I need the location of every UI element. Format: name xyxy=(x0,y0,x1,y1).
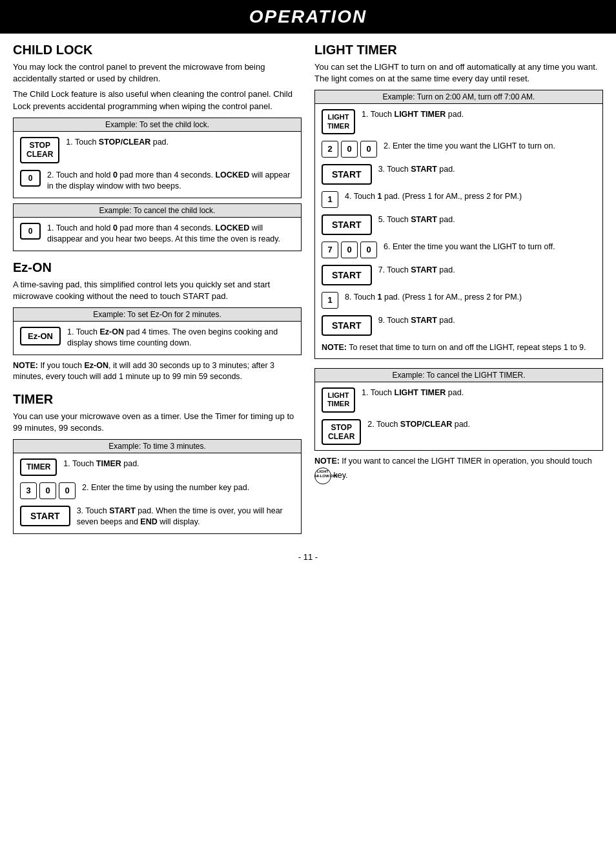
step-row: 2 0 0 2. Enter the time you want the LIG… xyxy=(322,141,596,158)
start-pad: START xyxy=(322,265,372,285)
digit-0: 0 xyxy=(341,141,358,158)
step-text: 8. Touch 1 pad. (Press 1 for AM., press … xyxy=(345,292,522,304)
light-timer-example2-header: Example: To cancel the LIGHT TIMER. xyxy=(315,369,602,382)
light-timer-note2: NOTE: If you want to cancel the LIGHT TI… xyxy=(314,456,603,484)
step-text: 1. Touch LIGHT TIMER pad. xyxy=(362,109,464,121)
ez-on-example: Example: To set Ez-On for 2 minutes. Ez-… xyxy=(13,307,302,355)
page-number: - 11 - xyxy=(0,552,616,562)
light-timer-example1-header: Example: Turn on 2:00 AM, turn off 7:00 … xyxy=(315,90,602,104)
note-text: If you touch Ez-ON, it will add 30 secon… xyxy=(13,361,274,382)
step-text: 3. Touch START pad. xyxy=(378,164,455,176)
timer-example: Example: To time 3 minutes. TIMER 1. Tou… xyxy=(13,439,302,533)
digit-0: 0 xyxy=(39,482,56,499)
digit-3: 3 xyxy=(20,482,37,499)
timer-heading: TIMER xyxy=(13,392,302,407)
zero-pad: 0 xyxy=(20,223,41,240)
step-row: START 3. Touch START pad. xyxy=(322,164,596,185)
light-timer-pad: LIGHTTIMER xyxy=(322,387,355,412)
digit-1: 1 xyxy=(322,292,338,309)
step-text: 5. Touch START pad. xyxy=(378,214,455,226)
step-row: 0 1. Touch and hold 0 pad more than 4 se… xyxy=(20,223,294,245)
light-timer-note1: NOTE: To reset that time to turn on and … xyxy=(322,342,596,354)
start-pad: START xyxy=(322,315,372,336)
digit-2: 2 xyxy=(322,141,338,158)
start-pad: START xyxy=(322,164,372,185)
stop-clear-pad: STOPCLEAR xyxy=(20,137,59,163)
digit-0: 0 xyxy=(360,242,377,258)
step-row: START 3. Touch START pad. When the time … xyxy=(20,506,294,528)
step-row: Ez-ON 1. Touch Ez-ON pad 4 times. The ov… xyxy=(20,327,294,349)
step-row: LIGHTTIMER 1. Touch LIGHT TIMER pad. xyxy=(322,387,596,412)
child-lock-desc2: The Child Lock feature is also useful wh… xyxy=(13,88,302,112)
ez-on-note: NOTE: If you touch Ez-ON, it will add 30… xyxy=(13,360,302,383)
zero-pad: 0 xyxy=(20,170,41,187)
step-text: 1. Touch and hold 0 pad more than 4 seco… xyxy=(47,223,294,245)
step-text: 9. Touch START pad. xyxy=(378,315,455,327)
step-row: START 9. Touch START pad. xyxy=(322,315,596,336)
ez-on-heading: Ez-ON xyxy=(13,260,302,275)
step-text: 3. Touch START pad. When the time is ove… xyxy=(77,506,294,528)
digit-row: 2 0 0 xyxy=(322,141,377,158)
step-row: 0 2. Touch and hold 0 pad more than 4 se… xyxy=(20,170,294,192)
step-row: START 5. Touch START pad. xyxy=(322,214,596,235)
left-column: CHILD LOCK You may lock the control pane… xyxy=(13,43,302,539)
step-row: 7 0 0 6. Enter the time you want the LIG… xyxy=(322,242,596,258)
page-title: OPERATION xyxy=(0,6,616,27)
step-text: 2. Touch STOP/CLEAR pad. xyxy=(367,419,470,431)
timer-pad: TIMER xyxy=(20,458,57,475)
step-text: 7. Touch START pad. xyxy=(378,265,455,276)
step-row: TIMER 1. Touch TIMER pad. xyxy=(20,458,294,475)
child-lock-example1-header: Example: To set the child lock. xyxy=(14,118,301,132)
step-row: STOPCLEAR 1. Touch STOP/CLEAR pad. xyxy=(20,137,294,163)
digit-0: 0 xyxy=(341,242,358,258)
child-lock-example2-header: Example: To cancel the child lock. xyxy=(14,204,301,218)
timer-example-header: Example: To time 3 minutes. xyxy=(14,440,301,453)
light-timer-heading: LIGHT TIMER xyxy=(314,43,603,57)
step-row: LIGHTTIMER 1. Touch LIGHT TIMER pad. xyxy=(322,109,596,134)
step-row: START 7. Touch START pad. xyxy=(322,265,596,285)
child-lock-example1: Example: To set the child lock. STOPCLEA… xyxy=(13,118,302,198)
step-text: 2. Touch and hold 0 pad more than 4 seco… xyxy=(47,170,294,192)
step-row: STOPCLEAR 2. Touch STOP/CLEAR pad. xyxy=(322,419,596,446)
stop-clear-pad: STOPCLEAR xyxy=(322,419,361,446)
step-row: 1 4. Touch 1 pad. (Press 1 for AM., pres… xyxy=(322,191,596,208)
step-row: 1 8. Touch 1 pad. (Press 1 for AM., pres… xyxy=(322,292,596,309)
ez-on-example-header: Example: To set Ez-On for 2 minutes. xyxy=(14,308,301,322)
digit-7: 7 xyxy=(322,242,338,258)
light-timer-desc: You can set the LIGHT to turn on and off… xyxy=(314,61,603,85)
digit-0: 0 xyxy=(360,141,377,158)
child-lock-heading: CHILD LOCK xyxy=(13,43,302,57)
step-text: 2. Enter the time you want the LIGHT to … xyxy=(384,141,555,152)
step-text: 1. Touch STOP/CLEAR pad. xyxy=(66,137,169,149)
start-pad: START xyxy=(20,506,70,526)
page-header: OPERATION xyxy=(0,0,616,34)
light-timer-example2: Example: To cancel the LIGHT TIMER. LIGH… xyxy=(314,368,603,451)
step-text: 6. Enter the time you want the LIGHT to … xyxy=(384,242,555,253)
step-text: 1. Touch TIMER pad. xyxy=(63,458,139,470)
step-text: 1. Touch LIGHT TIMER pad. xyxy=(362,387,464,399)
digit-row: 3 0 0 xyxy=(20,482,76,499)
digit-row: 7 0 0 xyxy=(322,242,377,258)
step-text: 1. Touch Ez-ON pad 4 times. The oven beg… xyxy=(67,327,294,349)
step-row: 3 0 0 2. Enter the time by using the num… xyxy=(20,482,294,499)
ez-on-pad: Ez-ON xyxy=(20,327,61,345)
step-text: 2. Enter the time by using the number ke… xyxy=(82,482,249,494)
child-lock-desc1: You may lock the control panel to preven… xyxy=(13,61,302,85)
child-lock-example2: Example: To cancel the child lock. 0 1. … xyxy=(13,203,302,251)
digit-0: 0 xyxy=(59,482,76,499)
light-timer-example1: Example: Turn on 2:00 AM, turn off 7:00 … xyxy=(314,90,603,359)
right-column: LIGHT TIMER You can set the LIGHT to tur… xyxy=(314,43,603,539)
note-label: NOTE: xyxy=(13,361,38,370)
timer-desc: You can use your microwave oven as a tim… xyxy=(13,411,302,434)
digit-1: 1 xyxy=(322,191,338,208)
light-hi-low-off-icon: LIGHTHI·LOW·OFF xyxy=(314,468,331,484)
start-pad: START xyxy=(322,214,372,235)
light-timer-pad: LIGHTTIMER xyxy=(322,109,355,134)
ez-on-desc: A time-saving pad, this simplified contr… xyxy=(13,279,302,302)
step-text: 4. Touch 1 pad. (Press 1 for AM., press … xyxy=(345,191,522,203)
